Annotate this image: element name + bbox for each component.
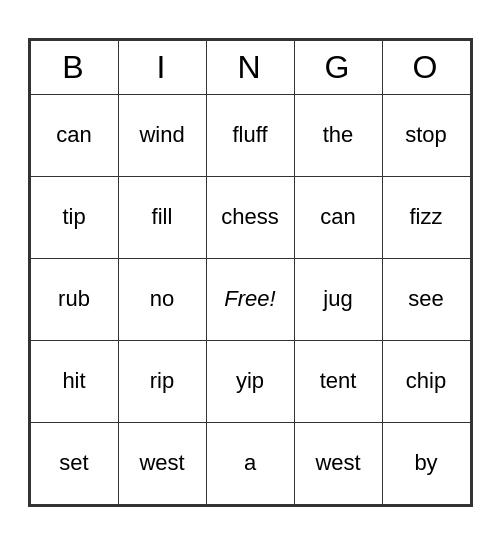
header-O: O — [382, 40, 470, 94]
cell-r2-c2: Free! — [206, 258, 294, 340]
bingo-table: B I N G O canwindfluffthestoptipfillches… — [30, 40, 471, 505]
cell-r1-c0: tip — [30, 176, 118, 258]
cell-r1-c1: fill — [118, 176, 206, 258]
cell-r4-c1: west — [118, 422, 206, 504]
table-row: setwestawestby — [30, 422, 470, 504]
cell-r0-c0: can — [30, 94, 118, 176]
cell-r1-c4: fizz — [382, 176, 470, 258]
header-G: G — [294, 40, 382, 94]
bingo-body: canwindfluffthestoptipfillchesscanfizzru… — [30, 94, 470, 504]
cell-r3-c4: chip — [382, 340, 470, 422]
cell-r3-c1: rip — [118, 340, 206, 422]
cell-r3-c0: hit — [30, 340, 118, 422]
cell-r4-c3: west — [294, 422, 382, 504]
cell-r1-c2: chess — [206, 176, 294, 258]
cell-r3-c3: tent — [294, 340, 382, 422]
header-N: N — [206, 40, 294, 94]
cell-r2-c0: rub — [30, 258, 118, 340]
table-row: tipfillchesscanfizz — [30, 176, 470, 258]
cell-r4-c4: by — [382, 422, 470, 504]
cell-r0-c2: fluff — [206, 94, 294, 176]
cell-r2-c4: see — [382, 258, 470, 340]
cell-r0-c3: the — [294, 94, 382, 176]
header-I: I — [118, 40, 206, 94]
header-row: B I N G O — [30, 40, 470, 94]
cell-r2-c3: jug — [294, 258, 382, 340]
cell-r1-c3: can — [294, 176, 382, 258]
bingo-card: B I N G O canwindfluffthestoptipfillches… — [28, 38, 473, 507]
cell-r4-c2: a — [206, 422, 294, 504]
cell-r0-c4: stop — [382, 94, 470, 176]
table-row: canwindfluffthestop — [30, 94, 470, 176]
cell-r3-c2: yip — [206, 340, 294, 422]
table-row: hitripyiptentchip — [30, 340, 470, 422]
cell-r2-c1: no — [118, 258, 206, 340]
header-B: B — [30, 40, 118, 94]
cell-r0-c1: wind — [118, 94, 206, 176]
table-row: rubnoFree!jugsee — [30, 258, 470, 340]
cell-r4-c0: set — [30, 422, 118, 504]
